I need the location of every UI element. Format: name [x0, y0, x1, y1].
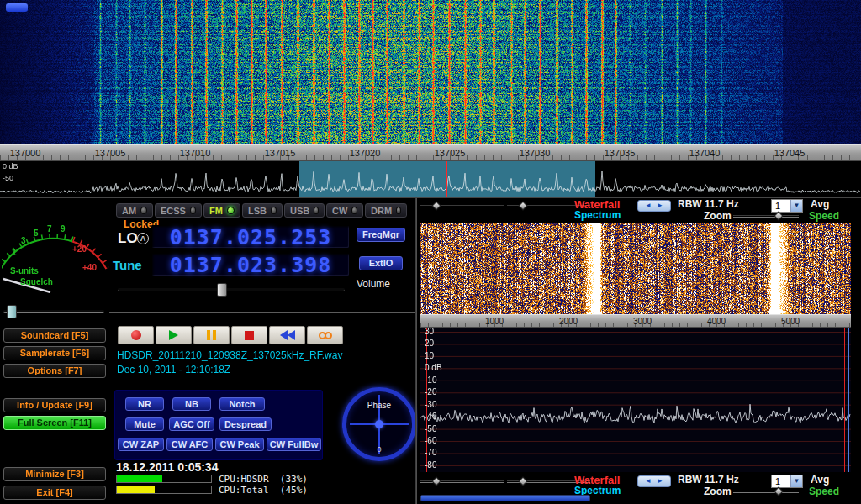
cw-zap-button[interactable]: CW ZAP	[118, 438, 164, 451]
cw-fullbw-button[interactable]: CW FullBw	[267, 438, 321, 451]
waterfall-brightness-thumb[interactable]	[431, 476, 441, 486]
lo-frequency-display[interactable]: 0137.025.253	[151, 225, 350, 249]
speed-indicator-bar[interactable]	[420, 495, 590, 501]
db-label: -60	[425, 436, 436, 445]
play-icon	[169, 330, 178, 340]
recording-timestamp: Dec 10, 2011 - 12:10:18Z	[117, 364, 230, 375]
info-update-button[interactable]: Info / Update [F9]	[3, 398, 106, 412]
mode-lsb[interactable]: LSB	[242, 203, 283, 218]
lo-a-badge[interactable]: A	[137, 233, 149, 244]
rf-frequency-scale[interactable]: 137000 137005 137010 137015 137020 13702…	[0, 144, 861, 161]
waterfall-brightness-slider[interactable]	[420, 480, 504, 483]
despread-button[interactable]: Despread	[219, 417, 272, 431]
audio-frequency-scale[interactable]: 1000 2000 3000 4000 5000	[420, 314, 851, 328]
mute-button[interactable]: Mute	[125, 417, 164, 431]
avg-label: Avg	[811, 198, 829, 210]
waterfall-contrast-thumb[interactable]	[518, 476, 527, 486]
play-button[interactable]	[156, 326, 192, 344]
scale-label: 137040	[681, 148, 728, 158]
nb-button[interactable]: NB	[172, 397, 211, 411]
fullscreen-button[interactable]: Full Screen [F11]	[3, 416, 106, 430]
mode-usb[interactable]: USB	[284, 203, 325, 218]
extio-button[interactable]: ExtIO	[359, 256, 403, 270]
speed-label: Speed	[809, 210, 839, 222]
samplerate-button[interactable]: Samplerate [F6]	[3, 346, 106, 360]
meter-tick-5: 5	[34, 228, 39, 238]
meter-tick-3: 3	[21, 236, 26, 245]
cw-peak-button[interactable]: CW Peak	[215, 438, 264, 451]
scale-label: 3000	[621, 317, 663, 326]
mode-am-led	[140, 207, 147, 214]
cpu-hdsdr-text: CPU:HDSDR (33%)	[219, 474, 308, 485]
loop-button[interactable]	[307, 326, 343, 344]
cpu-total-text: CPU:Total (45%)	[219, 485, 308, 496]
rbw-label: RBW 11.7 Hz	[678, 198, 739, 210]
avg-select-value: 1	[772, 475, 790, 487]
soundcard-button[interactable]: Soundcard [F5]	[3, 328, 106, 343]
cw-afc-button[interactable]: CW AFC	[166, 438, 213, 451]
mode-am[interactable]: AM	[116, 203, 153, 218]
shift-buttons[interactable]: ◄ ►	[637, 475, 671, 487]
mode-ecss[interactable]: ECSS	[155, 203, 202, 218]
rf-db-label-top: 0 dB	[3, 162, 18, 171]
right-arrow-icon[interactable]: ►	[657, 202, 663, 209]
mode-ecss-label: ECSS	[161, 206, 186, 216]
left-arrow-icon[interactable]: ◄	[645, 478, 652, 485]
zoom-slider[interactable]	[733, 215, 799, 218]
freqmgr-button[interactable]: FreqMgr	[357, 228, 405, 242]
mode-selector: AM ECSS FM LSB USB CW DRM	[116, 203, 407, 218]
squelch-slider[interactable]	[3, 309, 104, 313]
exit-button[interactable]: Exit [F4]	[3, 486, 106, 500]
rf-waterfall-canvas[interactable]	[0, 0, 861, 144]
mode-ecss-led	[190, 207, 196, 214]
db-label: 30	[425, 327, 434, 336]
zoom-slider[interactable]	[733, 491, 799, 493]
dropdown-arrow-icon[interactable]: ▼	[790, 475, 802, 487]
audio-spectrum-canvas[interactable]	[420, 328, 851, 472]
scale-label: 137025	[426, 148, 473, 158]
stop-button[interactable]	[231, 326, 267, 344]
mode-fm[interactable]: FM	[203, 203, 240, 218]
audio-panel: Waterfall ◄ ► RBW 11.7 Hz 1 ▼ Avg Spectr…	[418, 198, 861, 504]
waterfall-contrast-thumb[interactable]	[518, 201, 527, 210]
scale-label: 137020	[341, 148, 388, 158]
mode-drm-label: DRM	[371, 206, 392, 216]
volume-slider[interactable]	[118, 287, 345, 291]
options-button[interactable]: Options [F7]	[3, 364, 106, 378]
db-label: -50	[425, 424, 436, 433]
avg-select[interactable]: 1 ▼	[771, 199, 803, 213]
zoom-slider-thumb[interactable]	[774, 211, 783, 220]
avg-label: Avg	[811, 474, 829, 486]
rf-spectrum-canvas[interactable]	[0, 161, 861, 197]
agc-button[interactable]: AGC Off	[169, 417, 214, 431]
notch-button[interactable]: Notch	[219, 397, 265, 411]
right-arrow-icon[interactable]: ►	[657, 478, 663, 485]
db-label: -80	[425, 460, 436, 470]
audio-spectrum[interactable]: 30 20 10 0 dB -10 -20 -30 -40 -50 -60 -7…	[420, 328, 851, 472]
squelch-slider-thumb[interactable]	[7, 305, 17, 318]
audio-controls-top: Waterfall ◄ ► RBW 11.7 Hz 1 ▼ Avg Spectr…	[418, 198, 861, 222]
volume-slider-thumb[interactable]	[217, 283, 227, 297]
minimize-button[interactable]: Minimize [F3]	[3, 467, 106, 481]
zoom-label: Zoom	[704, 486, 732, 497]
pause-button[interactable]	[193, 326, 230, 344]
shift-buttons[interactable]: ◄ ►	[637, 200, 671, 212]
record-button[interactable]	[118, 326, 154, 344]
loop-icon	[319, 332, 332, 339]
rf-spectrum[interactable]: 0 dB -50	[0, 161, 861, 197]
db-label: -20	[425, 387, 436, 396]
db-label: 0 dB	[425, 363, 442, 372]
tune-frequency-display[interactable]: 0137.023.398	[151, 253, 350, 276]
waterfall-brightness-thumb[interactable]	[431, 201, 441, 210]
mode-cw[interactable]: CW	[326, 203, 363, 218]
waterfall-brightness-slider[interactable]	[420, 205, 504, 207]
avg-select[interactable]: 1 ▼	[771, 475, 803, 488]
dropdown-arrow-icon[interactable]: ▼	[790, 200, 802, 212]
audio-waterfall-canvas[interactable]	[420, 223, 851, 314]
mode-drm[interactable]: DRM	[365, 203, 407, 218]
zoom-slider-thumb[interactable]	[774, 486, 783, 496]
rewind-button[interactable]	[269, 326, 305, 344]
scale-label: 137000	[2, 148, 49, 158]
nr-button[interactable]: NR	[125, 397, 164, 411]
left-arrow-icon[interactable]: ◄	[645, 202, 652, 209]
